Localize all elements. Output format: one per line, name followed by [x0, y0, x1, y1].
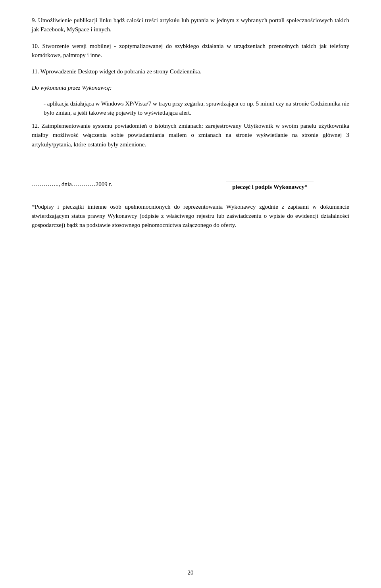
footnote-text: *Podpisy i pieczątki imienne osób upełno…: [32, 202, 349, 230]
item-9-block: 9. Umożliwienie publikacji linku bądź ca…: [32, 16, 349, 35]
section-heading-text: Do wykonania przez Wykonawcę:: [32, 83, 349, 92]
signature-label: pieczęć i podpis Wykonawcy*: [190, 184, 349, 190]
item-12-text: 12. Zaimplementowanie systemu powiadomie…: [32, 121, 349, 149]
item-10-text: 10. Stworzenie wersji mobilnej - zoptyma…: [32, 42, 349, 60]
footnote-block: *Podpisy i pieczątki imienne osób upełno…: [32, 202, 349, 230]
bullet-1-text: - aplikacja działająca w Windows XP/Vist…: [44, 99, 349, 118]
page-number: 20: [188, 569, 194, 576]
section-heading-block: Do wykonania przez Wykonawcę:: [32, 83, 349, 92]
item-11-text: 11. Wprowadzenie Desktop widget do pobra…: [32, 67, 349, 76]
bullet-1-block: - aplikacja działająca w Windows XP/Vist…: [44, 99, 349, 118]
date-field: ………….., dnia…………2009 r.: [32, 181, 190, 188]
item-9-text: 9. Umożliwienie publikacji linku bądź ca…: [32, 16, 349, 35]
signature-area: ………….., dnia…………2009 r. pieczęć i podpis…: [32, 181, 349, 190]
item-10-block: 10. Stworzenie wersji mobilnej - zoptyma…: [32, 42, 349, 60]
date-text: ………….., dnia…………2009 r.: [32, 181, 112, 187]
signature-line: [226, 181, 314, 181]
signature-block: pieczęć i podpis Wykonawcy*: [190, 181, 349, 190]
item-12-block: 12. Zaimplementowanie systemu powiadomie…: [32, 121, 349, 149]
page: 9. Umożliwienie publikacji linku bądź ca…: [0, 0, 381, 588]
item-11-block: 11. Wprowadzenie Desktop widget do pobra…: [32, 67, 349, 76]
